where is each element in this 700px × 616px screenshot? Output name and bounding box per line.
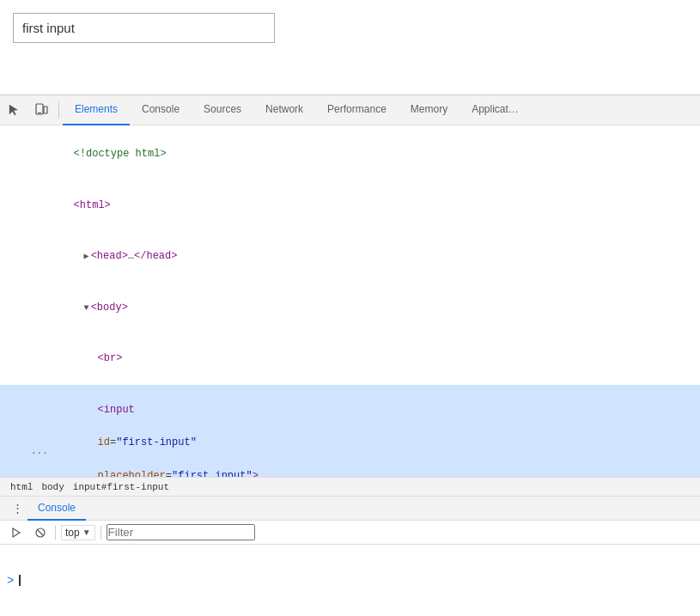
console-panel: ⋮ Console top ▼ xyxy=(0,496,700,616)
breadcrumb-input[interactable]: input#first-input xyxy=(70,482,173,492)
tab-console[interactable]: Console xyxy=(130,95,192,125)
console-filter-input[interactable] xyxy=(107,524,255,540)
console-cursor xyxy=(19,575,21,586)
breadcrumb-body[interactable]: body xyxy=(38,482,67,492)
tab-sources[interactable]: Sources xyxy=(192,95,253,125)
breadcrumb-html[interactable]: html xyxy=(7,482,36,492)
console-input-area: > xyxy=(0,545,700,616)
inspect-element-icon[interactable] xyxy=(0,95,27,125)
console-toolbar: top ▼ xyxy=(0,521,700,545)
elements-panel: <!doctype html> <html> ▶<head>…</head> ▼… xyxy=(0,125,700,477)
html-line-body-open[interactable]: ▼<body> xyxy=(0,283,700,334)
html-line-br[interactable]: <br> xyxy=(0,333,700,385)
tab-console-bottom[interactable]: Console xyxy=(27,497,86,521)
tab-elements[interactable]: Elements xyxy=(63,95,130,125)
console-tab-bar: ⋮ Console xyxy=(0,497,700,521)
html-line-html-open[interactable]: <html> xyxy=(0,180,700,232)
tab-memory[interactable]: Memory xyxy=(399,95,460,125)
console-toolbar-divider xyxy=(55,526,56,540)
console-execute-icon[interactable] xyxy=(7,523,26,542)
context-selector-arrow: ▼ xyxy=(82,528,91,537)
context-selector[interactable]: top ▼ xyxy=(61,525,95,540)
tab-application[interactable]: Applicat… xyxy=(460,95,531,125)
tab-performance[interactable]: Performance xyxy=(315,95,399,125)
html-line-doctype[interactable]: <!doctype html> xyxy=(0,129,700,180)
browser-page xyxy=(0,0,700,95)
svg-line-5 xyxy=(38,530,43,535)
svg-rect-1 xyxy=(44,107,47,113)
toolbar-divider xyxy=(58,101,59,119)
html-line-head[interactable]: ▶<head>…</head> xyxy=(0,231,700,283)
console-stop-icon[interactable] xyxy=(31,523,50,542)
devtools-panel: Elements Console Sources Network Perform… xyxy=(0,95,700,616)
console-toolbar-divider2 xyxy=(100,526,101,540)
tab-network[interactable]: Network xyxy=(253,95,315,125)
breadcrumb-bar: html body input#first-input xyxy=(0,477,700,496)
device-toolbar-icon[interactable] xyxy=(27,95,55,125)
console-prompt: > xyxy=(7,574,14,588)
html-line-first-input[interactable]: ... <input id="first-input" placeholder=… xyxy=(0,385,700,477)
devtools-toolbar: Elements Console Sources Network Perform… xyxy=(0,95,700,125)
console-dots-icon[interactable]: ⋮ xyxy=(7,498,27,519)
svg-marker-3 xyxy=(13,528,20,537)
first-input[interactable] xyxy=(13,13,275,43)
